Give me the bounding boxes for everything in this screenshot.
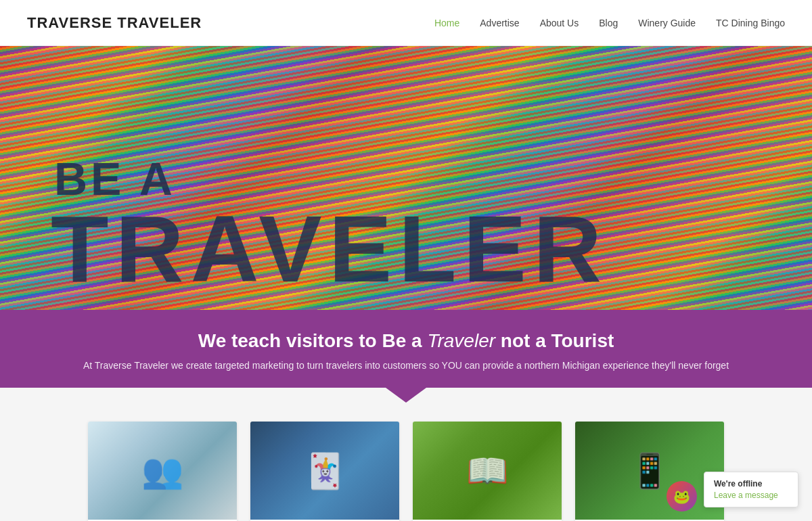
site-logo: TRAVERSE TRAVELER [27,14,202,32]
card-visitor-image [88,422,237,520]
nav-advertise[interactable]: Advertise [480,18,519,28]
chat-action[interactable]: Leave a message [714,491,788,500]
purple-section: We teach visitors to Be a Traveler not a… [0,310,812,388]
header: TRAVERSE TRAVELER Home Advertise About U… [0,0,812,46]
nav-winery[interactable]: Winery Guide [638,18,696,28]
nav-blog[interactable]: Blog [599,18,618,28]
card-dining-image [413,422,562,520]
tagline-italic: Traveler [427,330,495,351]
card-visitor-channel[interactable]: Visitor Channel [88,422,237,521]
tagline-end: not a Tourist [501,330,614,351]
chat-status: We're offline [714,479,788,489]
card-little-cards[interactable]: Little Cards [250,422,399,521]
nav-home[interactable]: Home [434,18,459,28]
nav-about[interactable]: About Us [540,18,579,28]
card-little-image [250,422,399,520]
card-dining-guide[interactable]: Dining Guide [413,422,562,521]
card-mobile-image [575,422,724,520]
tagline-bold: We teach visitors to Be a [198,330,428,351]
chat-widget[interactable]: We're offline Leave a message [704,472,798,507]
nav-dining-bingo[interactable]: TC Dining Bingo [716,18,785,28]
chat-avatar-icon: 🐸 [673,489,690,505]
hero-content: BE A TRAVELER [0,46,812,310]
card-mobile-app[interactable]: Mobile App [575,422,724,521]
hero-section: BE A TRAVELER [0,46,812,310]
hero-line1: BE A [54,156,176,202]
tagline-main: We teach visitors to Be a Traveler not a… [27,330,785,352]
chat-avatar[interactable]: 🐸 [667,481,697,512]
tagline-sub: At Traverse Traveler we create targeted … [27,360,785,371]
main-nav: Home Advertise About Us Blog Winery Guid… [434,18,785,28]
hero-line2: TRAVELER [51,202,608,296]
